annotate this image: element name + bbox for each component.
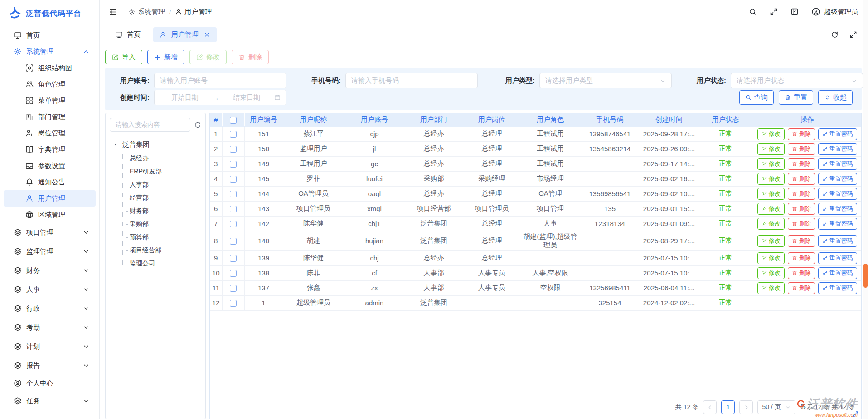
- row-edit-button[interactable]: 修改: [757, 218, 785, 230]
- row-delete-button[interactable]: 删除: [788, 235, 815, 247]
- row-delete-button[interactable]: 删除: [788, 158, 815, 170]
- sidebar-item-finance[interactable]: 财务: [4, 261, 96, 280]
- sidebar-item-home[interactable]: 首页: [4, 27, 96, 43]
- page-size-select[interactable]: 50 / 页: [757, 400, 795, 414]
- row-edit-button[interactable]: 修改: [757, 235, 785, 247]
- tree-node[interactable]: 监理公司: [123, 257, 201, 270]
- search-icon[interactable]: [749, 8, 757, 16]
- row-edit-button[interactable]: 修改: [757, 143, 785, 155]
- import-button[interactable]: 导入: [105, 50, 142, 64]
- menu-fold-icon[interactable]: [109, 8, 117, 16]
- row-reset-password-button[interactable]: 重置密码: [818, 188, 857, 200]
- edit-button[interactable]: 修改: [189, 50, 227, 64]
- sidebar-item-post-management[interactable]: 岗位管理: [4, 125, 96, 141]
- sidebar-item-param-settings[interactable]: 参数设置: [4, 158, 96, 174]
- row-checkbox[interactable]: [230, 191, 237, 197]
- sidebar-item-task[interactable]: 任务: [4, 391, 96, 410]
- row-reset-password-button[interactable]: 重置密码: [818, 128, 857, 140]
- refresh-icon[interactable]: [194, 121, 201, 129]
- add-button[interactable]: 新增: [147, 50, 184, 64]
- tree-node[interactable]: 预算部: [123, 231, 201, 244]
- tree-root-node[interactable]: 泛普集团: [110, 138, 201, 151]
- sidebar-item-dict-management[interactable]: 字典管理: [4, 141, 96, 158]
- reset-button[interactable]: 重置: [779, 90, 813, 105]
- row-delete-button[interactable]: 删除: [788, 143, 815, 155]
- breadcrumb-system[interactable]: 系统管理: [128, 8, 165, 16]
- sidebar-item-report[interactable]: 报告: [4, 356, 96, 375]
- sidebar-item-plan[interactable]: 计划: [4, 337, 96, 356]
- tab-home[interactable]: 首页: [115, 30, 141, 39]
- row-reset-password-button[interactable]: 重置密码: [818, 282, 857, 294]
- tree-node[interactable]: 总经办: [123, 152, 201, 165]
- sidebar-item-administration[interactable]: 行政: [4, 299, 96, 318]
- row-checkbox[interactable]: [230, 255, 237, 262]
- scrollbar-thumb[interactable]: [863, 264, 868, 288]
- breadcrumb-page[interactable]: 用户管理: [175, 8, 212, 16]
- tree-search-input[interactable]: 请输入搜索内容: [110, 118, 190, 132]
- row-reset-password-button[interactable]: 重置密码: [818, 173, 857, 185]
- tree-node[interactable]: 项目经营部: [123, 244, 201, 257]
- type-select[interactable]: 请选择用户类型: [539, 73, 672, 88]
- row-delete-button[interactable]: 删除: [788, 218, 815, 230]
- sidebar-item-project-management[interactable]: 项目管理: [4, 223, 96, 242]
- account-input[interactable]: 请输入用户账号: [154, 73, 286, 88]
- fullscreen-icon[interactable]: [849, 31, 857, 39]
- sidebar-item-user-management[interactable]: 用户管理: [4, 190, 96, 207]
- row-checkbox[interactable]: [230, 270, 237, 277]
- phone-input[interactable]: 请输入手机号码: [345, 73, 478, 88]
- sidebar-item-system-management[interactable]: 系统管理: [4, 43, 96, 60]
- sidebar-item-attendance[interactable]: 考勤: [4, 318, 96, 337]
- sidebar-item-menu-management[interactable]: 菜单管理: [4, 92, 96, 109]
- sidebar-item-region-management[interactable]: 区域管理: [4, 207, 96, 223]
- row-delete-button[interactable]: 删除: [788, 173, 815, 185]
- sidebar-item-org-chart[interactable]: 组织结构图: [4, 60, 96, 76]
- refresh-icon[interactable]: [831, 31, 839, 39]
- row-edit-button[interactable]: 修改: [757, 267, 785, 279]
- row-reset-password-button[interactable]: 重置密码: [818, 143, 857, 155]
- layout-icon[interactable]: [790, 8, 799, 16]
- user-menu[interactable]: 超级管理员: [811, 7, 858, 16]
- row-checkbox[interactable]: [230, 146, 237, 153]
- prev-page-button[interactable]: [703, 400, 717, 414]
- row-edit-button[interactable]: 修改: [757, 282, 785, 294]
- row-delete-button[interactable]: 删除: [788, 188, 815, 200]
- sidebar-item-supervision-management[interactable]: 监理管理: [4, 242, 96, 261]
- close-icon[interactable]: [204, 31, 210, 38]
- select-all-checkbox[interactable]: [230, 117, 237, 124]
- sidebar-item-hr[interactable]: 人事: [4, 280, 96, 299]
- row-reset-password-button[interactable]: 重置密码: [818, 267, 857, 279]
- fullscreen-icon[interactable]: [770, 8, 778, 16]
- next-page-button[interactable]: [739, 400, 753, 414]
- row-checkbox[interactable]: [230, 300, 237, 307]
- tree-node[interactable]: 采购部: [123, 217, 201, 231]
- row-edit-button[interactable]: 修改: [757, 252, 785, 264]
- row-checkbox[interactable]: [230, 161, 237, 168]
- row-edit-button[interactable]: 修改: [757, 128, 785, 140]
- row-checkbox[interactable]: [230, 176, 237, 183]
- delete-button[interactable]: 删除: [232, 50, 269, 64]
- row-delete-button[interactable]: 删除: [788, 203, 815, 215]
- row-reset-password-button[interactable]: 重置密码: [818, 235, 857, 247]
- tree-node[interactable]: 人事部: [123, 178, 201, 191]
- query-button[interactable]: 查询: [739, 90, 774, 105]
- row-checkbox[interactable]: [230, 221, 237, 227]
- sidebar-item-notice[interactable]: 通知公告: [4, 174, 96, 190]
- current-page[interactable]: 1: [721, 400, 735, 414]
- row-reset-password-button[interactable]: 重置密码: [818, 203, 857, 215]
- row-checkbox[interactable]: [230, 131, 237, 138]
- tree-node[interactable]: 财务部: [123, 204, 201, 217]
- status-select[interactable]: 请选择用户状态: [731, 73, 863, 88]
- row-checkbox[interactable]: [230, 206, 237, 212]
- tab-user-management[interactable]: 用户管理: [153, 27, 217, 42]
- row-delete-button[interactable]: 删除: [788, 282, 815, 294]
- row-edit-button[interactable]: 修改: [757, 173, 785, 185]
- sidebar-item-dept-management[interactable]: 部门管理: [4, 109, 96, 125]
- row-edit-button[interactable]: 修改: [757, 158, 785, 170]
- row-reset-password-button[interactable]: 重置密码: [818, 158, 857, 170]
- row-reset-password-button[interactable]: 重置密码: [818, 252, 857, 264]
- page-scrollbar[interactable]: [863, 0, 868, 419]
- row-delete-button[interactable]: 删除: [788, 128, 815, 140]
- sidebar-item-role-management[interactable]: 角色管理: [4, 76, 96, 92]
- caret-down-icon[interactable]: [113, 142, 118, 147]
- row-checkbox[interactable]: [230, 285, 237, 292]
